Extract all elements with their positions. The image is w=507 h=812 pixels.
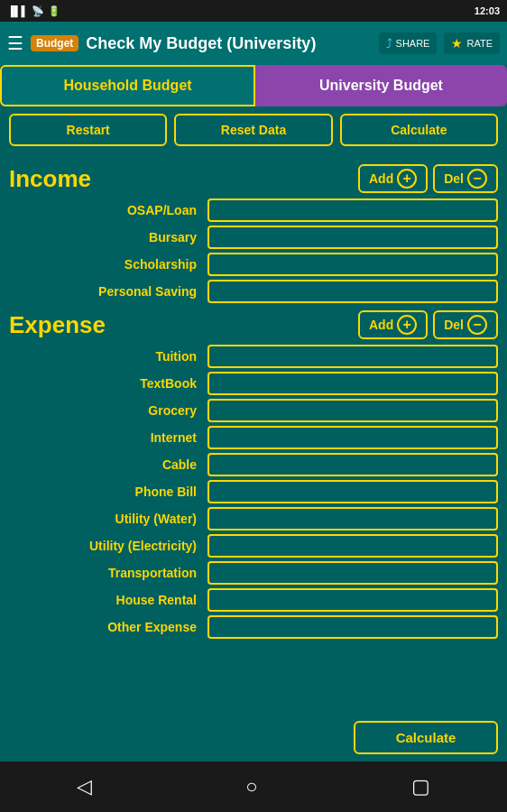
income-del-icon: − [467,169,487,189]
income-field-personal-saving: Personal Saving [9,280,498,303]
income-scholarship-input[interactable] [207,253,498,276]
expense-section-header: Expense Add + Del − [9,310,498,339]
income-add-label: Add [369,171,393,186]
nav-bar: ◁ ○ ▢ [0,761,507,812]
app-logo: Budget [31,35,78,51]
expense-house-rental-label: House Rental [9,593,207,607]
expense-house-rental-input[interactable] [207,588,498,612]
income-field-scholarship: Scholarship [9,253,498,276]
expense-cable-label: Cable [9,457,207,472]
expense-field-house-rental: House Rental [9,588,498,612]
income-add-del-group: Add + Del − [358,164,498,193]
expense-phone-bill-label: Phone Bill [9,484,207,499]
expense-cable-input[interactable] [207,453,498,476]
expense-transportation-input[interactable] [207,561,498,585]
calculate-bottom-button[interactable]: Calculate [354,721,498,754]
expense-add-del-group: Add + Del − [358,310,498,339]
expense-utility-water-label: Utility (Water) [9,512,207,526]
status-left-icons: ▐▌▌ 📡 🔋 [7,5,60,17]
status-bar: ▐▌▌ 📡 🔋 12:03 [0,0,507,22]
expense-add-label: Add [369,318,393,332]
expense-internet-input[interactable] [207,426,498,449]
share-button[interactable]: ⤴ SHARE [379,32,438,54]
expense-field-utility-water: Utility (Water) [9,507,498,531]
action-row: Restart Reset Data Calculate [0,106,507,153]
income-bursary-input[interactable] [207,226,498,249]
income-osap-input[interactable] [207,198,498,222]
tab-row: Household Budget University Budget [0,65,507,106]
status-right: 12:03 [475,5,500,16]
main-content: Income Add + Del − OSAP/Loan Bursary Sch… [0,153,507,761]
expense-textbook-input[interactable] [207,372,498,395]
income-osap-label: OSAP/Loan [9,203,207,217]
expense-utility-water-input[interactable] [207,507,498,531]
expense-del-button[interactable]: Del − [433,310,498,339]
expense-del-icon: − [467,315,487,335]
star-icon: ★ [451,36,463,51]
income-add-button[interactable]: Add + [358,164,428,193]
expense-field-transportation: Transportation [9,561,498,585]
battery-icon: 🔋 [48,5,60,17]
expense-field-cable: Cable [9,453,498,476]
expense-utility-electricity-label: Utility (Electricity) [9,539,207,553]
expense-field-tuition: Tuition [9,345,498,368]
expense-utility-electricity-input[interactable] [207,534,498,558]
expense-textbook-label: TextBook [9,376,207,391]
bottom-bar: Calculate [0,714,507,761]
expense-other-expense-label: Other Expense [9,620,207,634]
income-field-osap: OSAP/Loan [9,198,498,222]
expense-tuition-label: Tuition [9,349,207,364]
expense-field-internet: Internet [9,426,498,449]
expense-title: Expense [9,311,106,339]
expense-field-utility-electricity: Utility (Electricity) [9,534,498,558]
expense-grocery-input[interactable] [207,399,498,422]
expense-field-other-expense: Other Expense [9,615,498,639]
income-personal-saving-input[interactable] [207,280,498,303]
income-personal-saving-label: Personal Saving [9,284,207,299]
reset-data-button[interactable]: Reset Data [174,114,332,146]
income-section-header: Income Add + Del − [9,164,498,193]
income-scholarship-label: Scholarship [9,257,207,272]
expense-field-phone-bill: Phone Bill [9,480,498,503]
menu-icon[interactable]: ☰ [7,32,23,54]
expense-add-icon: + [397,315,417,335]
income-del-label: Del [444,171,464,186]
expense-phone-bill-input[interactable] [207,480,498,503]
expense-del-label: Del [444,318,464,332]
expense-transportation-label: Transportation [9,566,207,580]
expense-field-grocery: Grocery [9,399,498,422]
income-add-icon: + [397,169,417,189]
share-icon: ⤴ [386,36,392,51]
income-title: Income [9,165,91,193]
restart-button[interactable]: Restart [9,114,167,146]
expense-grocery-label: Grocery [9,403,207,418]
app-header: ☰ Budget Check My Budget (University) ⤴ … [0,22,507,65]
income-field-bursary: Bursary [9,226,498,249]
home-button[interactable]: ○ [227,768,275,806]
income-del-button[interactable]: Del − [433,164,498,193]
rate-button[interactable]: ★ RATE [444,32,500,54]
signal-icon: ▐▌▌ [7,5,28,16]
app-title: Check My Budget (University) [86,34,371,53]
wifi-icon: 📡 [32,5,44,17]
back-button[interactable]: ◁ [59,768,110,806]
income-bursary-label: Bursary [9,230,207,245]
tab-university[interactable]: University Budget [255,65,507,106]
expense-other-expense-input[interactable] [207,615,498,639]
time-display: 12:03 [475,5,500,16]
tab-household[interactable]: Household Budget [0,65,255,106]
expense-field-textbook: TextBook [9,372,498,395]
share-label: SHARE [396,38,430,49]
rate-label: RATE [466,38,493,49]
recent-button[interactable]: ▢ [393,768,448,806]
expense-tuition-input[interactable] [207,345,498,368]
calculate-button[interactable]: Calculate [340,114,498,146]
expense-internet-label: Internet [9,430,207,445]
expense-add-button[interactable]: Add + [358,310,428,339]
